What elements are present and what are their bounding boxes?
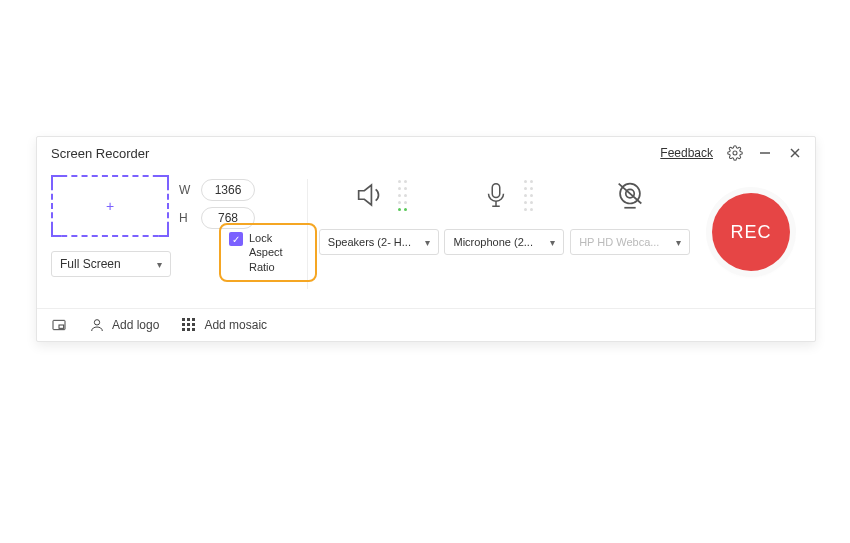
svg-marker-4 bbox=[359, 185, 372, 205]
svg-rect-23 bbox=[192, 328, 195, 331]
region-preset-label: Full Screen bbox=[60, 257, 121, 271]
speaker-device: Speakers (2- H... ▾ bbox=[319, 175, 439, 289]
webcam-select[interactable]: HP HD Webca... ▾ bbox=[570, 229, 690, 255]
svg-point-0 bbox=[733, 151, 737, 155]
svg-rect-17 bbox=[192, 318, 195, 321]
svg-rect-15 bbox=[182, 318, 185, 321]
svg-rect-5 bbox=[492, 184, 500, 198]
pip-icon bbox=[51, 317, 67, 333]
width-input[interactable] bbox=[201, 179, 255, 201]
speaker-level-meter bbox=[398, 180, 407, 211]
settings-icon[interactable] bbox=[727, 145, 743, 161]
width-label: W bbox=[179, 183, 195, 197]
record-label: REC bbox=[730, 222, 771, 243]
svg-rect-20 bbox=[192, 323, 195, 326]
webcam-disabled-icon[interactable] bbox=[610, 175, 650, 215]
chevron-down-icon: ▾ bbox=[157, 259, 162, 270]
add-logo-button[interactable]: Add logo bbox=[89, 317, 159, 333]
main-body: + W H Full Screen ▾ bbox=[37, 167, 815, 289]
dimension-inputs: W H bbox=[179, 179, 255, 229]
microphone-select[interactable]: Microphone (2... ▾ bbox=[444, 229, 564, 255]
pip-button[interactable] bbox=[51, 317, 67, 333]
person-icon bbox=[89, 317, 105, 333]
chevron-down-icon: ▾ bbox=[676, 237, 681, 248]
height-label: H bbox=[179, 211, 195, 225]
window-title: Screen Recorder bbox=[51, 146, 149, 161]
add-mosaic-label: Add mosaic bbox=[204, 318, 267, 332]
chevron-down-icon: ▾ bbox=[550, 237, 555, 248]
svg-rect-16 bbox=[187, 318, 190, 321]
lock-aspect-label: Lock Aspect Ratio bbox=[249, 231, 305, 274]
microphone-select-label: Microphone (2... bbox=[453, 236, 532, 248]
speaker-select[interactable]: Speakers (2- H... ▾ bbox=[319, 229, 439, 255]
region-selector[interactable]: + bbox=[51, 175, 169, 237]
add-mosaic-button[interactable]: Add mosaic bbox=[181, 317, 267, 333]
svg-rect-22 bbox=[187, 328, 190, 331]
record-button[interactable]: REC bbox=[712, 193, 790, 271]
titlebar: Screen Recorder Feedback bbox=[37, 137, 815, 167]
record-column: REC bbox=[701, 175, 801, 289]
speaker-select-label: Speakers (2- H... bbox=[328, 236, 411, 248]
webcam-device: HP HD Webca... ▾ bbox=[570, 175, 690, 289]
screen-recorder-window: Screen Recorder Feedback + bbox=[36, 136, 816, 342]
mosaic-icon bbox=[181, 317, 197, 333]
footer-toolbar: Add logo Add mosaic bbox=[37, 308, 815, 341]
titlebar-controls: Feedback bbox=[660, 145, 803, 161]
microphone-level-meter bbox=[524, 180, 533, 211]
svg-rect-13 bbox=[59, 325, 64, 328]
microphone-icon[interactable] bbox=[476, 175, 516, 215]
feedback-link[interactable]: Feedback bbox=[660, 146, 713, 160]
region-preset-select[interactable]: Full Screen ▾ bbox=[51, 251, 171, 277]
speaker-icon[interactable] bbox=[350, 175, 390, 215]
lock-aspect-highlight: ✓ Lock Aspect Ratio bbox=[219, 223, 317, 282]
svg-rect-21 bbox=[182, 328, 185, 331]
devices-row: Speakers (2- H... ▾ bbox=[308, 175, 701, 289]
webcam-select-label: HP HD Webca... bbox=[579, 236, 659, 248]
svg-rect-18 bbox=[182, 323, 185, 326]
svg-point-14 bbox=[94, 320, 99, 325]
lock-aspect-checkbox[interactable]: ✓ bbox=[229, 232, 243, 246]
svg-rect-19 bbox=[187, 323, 190, 326]
microphone-device: Microphone (2... ▾ bbox=[444, 175, 564, 289]
plus-icon: + bbox=[106, 198, 114, 214]
close-button[interactable] bbox=[787, 145, 803, 161]
add-logo-label: Add logo bbox=[112, 318, 159, 332]
chevron-down-icon: ▾ bbox=[425, 237, 430, 248]
minimize-button[interactable] bbox=[757, 145, 773, 161]
